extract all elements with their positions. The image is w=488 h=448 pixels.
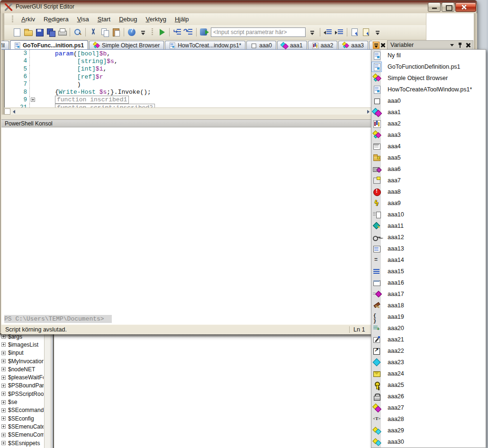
minimize-button[interactable]	[428, 2, 441, 12]
help-icon[interactable]	[127, 27, 137, 37]
tab-overflow-menu-button[interactable]	[373, 42, 380, 49]
expand-plus-icon[interactable]	[1, 342, 6, 347]
menu-item[interactable]: Arkiv	[17, 14, 39, 24]
console-prompt-row[interactable]: PS C:\Users\TEMP\Documents>	[4, 315, 112, 323]
window-list-item[interactable]: aaa5	[371, 152, 486, 163]
window-list-item[interactable]: aaa23	[371, 357, 486, 368]
variable-tree-item[interactable]: $SEsnippets	[0, 439, 44, 447]
window-list-item[interactable]: aaa10	[371, 209, 486, 220]
maximize-button[interactable]	[442, 2, 454, 12]
document-tab[interactable]: aaa2	[308, 41, 338, 50]
outdent-icon[interactable]	[323, 27, 333, 37]
variable-tree-item[interactable]: $SEmenuCatego	[0, 422, 44, 430]
window-list-item[interactable]: Ny fil	[371, 50, 486, 61]
window-list-item[interactable]: Simple Object Browser	[371, 72, 486, 84]
window-list-item[interactable]: aaa26	[371, 391, 486, 402]
window-list-item[interactable]: aaa12	[371, 232, 486, 243]
window-list-item[interactable]: aaa15	[371, 266, 486, 277]
variable-tree-item[interactable]: $SEcommands	[0, 406, 44, 414]
variable-tree-item[interactable]: $se	[0, 398, 44, 406]
collapsed-region-box[interactable]: function script:inscribed2	[55, 104, 155, 108]
expand-plus-icon[interactable]	[1, 392, 6, 396]
panel-close-icon[interactable]	[465, 42, 471, 48]
window-list-item[interactable]: aaa21	[371, 334, 486, 345]
expand-plus-icon[interactable]	[1, 351, 6, 355]
grip-icon[interactable]	[152, 28, 153, 36]
copy-doc2-icon[interactable]	[361, 27, 371, 37]
open-icon[interactable]	[23, 27, 33, 37]
sep-icon[interactable]	[70, 28, 70, 36]
window-list-item[interactable]: aaa3	[371, 129, 486, 141]
variables-panel-header[interactable]: Variabler	[387, 40, 473, 50]
menu-item[interactable]: Verktyg	[142, 14, 171, 24]
document-tab[interactable]: GoToFunc...inition.ps1	[10, 40, 88, 50]
variable-tree-item[interactable]: $PSBoundParam	[0, 382, 44, 390]
window-list-item[interactable]: aaa22	[371, 345, 486, 357]
tree-vertical-scrollbar[interactable]	[44, 332, 51, 448]
window-list-item[interactable]: aaa4	[371, 141, 486, 152]
menu-item[interactable]: Start	[93, 14, 115, 24]
window-list-item[interactable]: aaa28	[371, 413, 486, 425]
indent-icon[interactable]	[334, 27, 344, 37]
step-into-icon[interactable]	[172, 27, 182, 37]
window-list-item[interactable]: aaa24	[371, 368, 486, 379]
find-icon[interactable]	[72, 27, 83, 37]
expand-plus-icon[interactable]	[1, 433, 6, 437]
document-tab[interactable]: aaa0	[246, 41, 276, 50]
variable-tree-item[interactable]: $PSScriptRoot	[0, 390, 44, 398]
window-list-item[interactable]: aaa9	[371, 197, 486, 209]
menu-item[interactable]: Visa	[73, 14, 93, 24]
window-list-item[interactable]: aaa13	[371, 243, 486, 254]
collapsed-region-box[interactable]: function inscribed1	[55, 96, 129, 104]
window-list-item[interactable]: aaa25	[371, 379, 486, 391]
document-tab[interactable]: y fil	[1, 41, 9, 50]
window-list-item[interactable]: aaa7	[371, 175, 486, 186]
sep-icon[interactable]	[320, 28, 320, 36]
sep-icon[interactable]	[124, 28, 124, 36]
window-list-item[interactable]: aaa11	[371, 220, 486, 232]
variable-tree-item[interactable]: $MyInvocation	[0, 357, 44, 365]
step-over-icon[interactable]	[183, 27, 194, 37]
copy-doc-icon[interactable]	[350, 27, 360, 37]
new-file-icon[interactable]	[11, 27, 22, 37]
console-prompt[interactable]: PS C:\Users\TEMP\Documents>	[4, 315, 112, 323]
expand-plus-icon[interactable]	[1, 376, 6, 380]
window-list-item[interactable]: aaa30	[371, 436, 486, 448]
sep-icon[interactable]	[169, 28, 170, 36]
expand-plus-icon[interactable]	[1, 424, 6, 429]
expand-plus-icon[interactable]	[1, 416, 6, 421]
variable-tree-item[interactable]: $pleaseWaitForm	[0, 373, 44, 381]
tab-close-button[interactable]	[380, 42, 386, 49]
expand-plus-icon[interactable]	[1, 384, 6, 388]
run-icon[interactable]	[156, 27, 167, 37]
window-list-item[interactable]: aaa16	[371, 277, 486, 288]
window-list-item[interactable]: aaa17	[371, 288, 486, 300]
expand-plus-icon[interactable]	[1, 359, 6, 363]
save-icon[interactable]	[34, 27, 45, 37]
variable-tree-item[interactable]: $SEconfig	[0, 414, 44, 422]
paste-icon[interactable]	[111, 27, 121, 37]
fold-toggle-icon[interactable]	[31, 98, 35, 102]
document-tab[interactable]: aaa1	[277, 41, 307, 50]
window-list-item[interactable]: aaa18	[371, 300, 486, 311]
chevron-icon[interactable]	[138, 27, 148, 37]
chevron-icon[interactable]	[307, 27, 317, 37]
document-tab[interactable]: aaa3	[338, 41, 368, 50]
variable-tree-item[interactable]: $imagesList	[0, 340, 44, 349]
chevron-icon[interactable]	[372, 27, 383, 37]
panel-pin-icon[interactable]	[457, 42, 463, 48]
expand-plus-icon[interactable]	[1, 408, 6, 412]
menu-item[interactable]: Redigera	[39, 14, 73, 24]
document-tab[interactable]: HowToCreat...indow.ps1*	[165, 41, 245, 50]
document-tab[interactable]: a	[369, 41, 372, 50]
window-list-item[interactable]: aaa2	[371, 118, 486, 129]
ps-run-icon[interactable]	[199, 27, 209, 37]
variable-tree-item[interactable]: $nodeNET	[0, 365, 44, 373]
panel-dropdown-icon[interactable]	[449, 42, 455, 48]
menu-item[interactable]: Hjälp	[171, 14, 193, 24]
variable-tree-item[interactable]: $input	[0, 349, 44, 357]
menu-item[interactable]: Debug	[115, 14, 141, 24]
expand-plus-icon[interactable]	[1, 400, 6, 404]
window-list-item[interactable]: aaa19	[371, 311, 486, 323]
variable-tree-item[interactable]: $SEmenuComma	[0, 431, 44, 439]
